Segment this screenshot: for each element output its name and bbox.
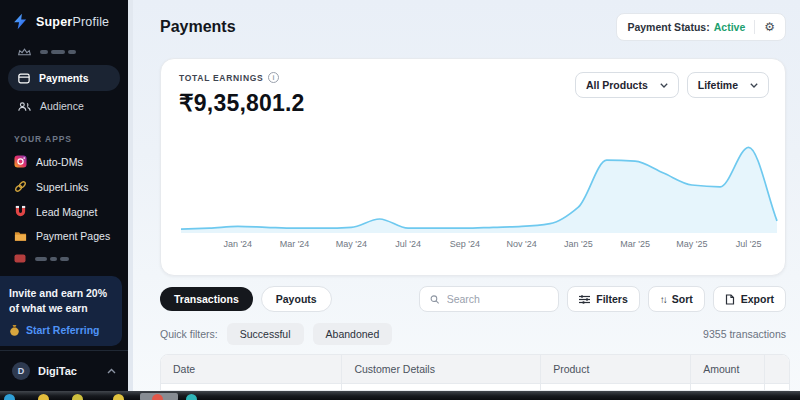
sort-icon: ↑↓ [660, 294, 666, 305]
dock-app-icon[interactable] [152, 394, 163, 400]
sidebar-item-lead-magnet[interactable]: Lead Magnet [0, 199, 128, 224]
period-filter-value: Lifetime [698, 79, 738, 91]
column-header-actions [764, 355, 789, 383]
card-icon [18, 73, 30, 84]
total-earnings-label: TOTAL EARNINGS [179, 73, 263, 83]
column-header-amount: Amount [690, 355, 764, 383]
people-icon [18, 101, 31, 112]
chevron-down-icon [660, 83, 668, 88]
sidebar-item-payments[interactable]: Payments [8, 65, 120, 91]
workspace-switcher[interactable]: D DigiTac [0, 350, 128, 391]
gear-icon[interactable]: ⚙ [764, 21, 775, 33]
brand-name: SuperProfile [36, 15, 109, 29]
magnet-icon [14, 205, 27, 218]
redacted-text [40, 50, 76, 54]
chart-area-fill [181, 147, 777, 233]
app-item-label: Payment Pages [36, 230, 110, 242]
quick-filters-label: Quick filters: [160, 328, 218, 340]
link-icon [14, 180, 27, 193]
column-header-product: Product [540, 355, 690, 383]
export-icon [725, 294, 735, 305]
dock-app-icon[interactable] [186, 394, 197, 400]
chart-filter-dropdowns: All Products Lifetime [575, 72, 769, 98]
sidebar-item-superlinks[interactable]: SuperLinks [0, 174, 128, 199]
export-label: Export [741, 293, 774, 305]
column-header-customer: Customer Details [341, 355, 540, 383]
info-icon[interactable]: i [268, 72, 279, 83]
search-box [419, 286, 559, 312]
chevron-up-icon [107, 368, 116, 374]
x-axis-tick: May '25 [676, 239, 707, 249]
workspace-avatar: D [12, 362, 30, 380]
instagram-icon [14, 155, 27, 168]
sidebar-item-redacted-bottom[interactable] [0, 248, 128, 269]
dock-app-icon[interactable] [38, 394, 49, 400]
money-bag-icon [9, 324, 20, 336]
table-row[interactable] [161, 384, 789, 391]
sort-label: Sort [672, 293, 693, 305]
column-header-date: Date [161, 355, 341, 383]
sidebar-item-label: Audience [40, 100, 84, 112]
x-axis-tick: May '24 [336, 239, 367, 249]
total-earnings-amount: ₹9,35,801.2 [179, 90, 305, 117]
page-title: Payments [160, 18, 236, 36]
start-referring-link[interactable]: Start Referring [9, 324, 114, 336]
earnings-chart-svg [179, 131, 779, 234]
chevron-down-icon [750, 83, 758, 88]
sidebar-item-label: Payments [39, 72, 89, 84]
period-filter-dropdown[interactable]: Lifetime [687, 72, 769, 98]
sort-button[interactable]: ↑↓ Sort [648, 286, 705, 312]
sidebar-item-redacted-top[interactable] [8, 41, 120, 63]
earnings-card: TOTAL EARNINGS i ₹9,35,801.2 All Product… [160, 58, 786, 276]
start-referring-label: Start Referring [26, 324, 100, 336]
product-filter-dropdown[interactable]: All Products [575, 72, 679, 98]
app-item-label: SuperLinks [36, 181, 89, 193]
x-axis-tick: Mar '24 [280, 239, 310, 249]
dock-app-icon[interactable] [113, 394, 124, 400]
app-window: SuperProfile Payments Audience YOUR APPS [0, 0, 800, 400]
transactions-toolbar: Transactions Payouts Filters ↑↓ Sort [160, 286, 786, 312]
search-input[interactable] [447, 293, 549, 305]
brand[interactable]: SuperProfile [0, 0, 128, 39]
x-axis-tick: Jan '24 [223, 239, 252, 249]
os-taskbar [0, 391, 800, 400]
payment-status-value: Active [714, 21, 746, 33]
sidebar-item-audience[interactable]: Audience [8, 93, 120, 119]
app-item-label: Auto-DMs [36, 156, 83, 168]
sidebar-scrollbar[interactable] [128, 0, 133, 400]
search-icon [430, 294, 439, 305]
x-axis-tick: Sep '24 [450, 239, 480, 249]
quick-filters-row: Quick filters: Successful Abandoned 9355… [160, 323, 786, 345]
app-item-label: Lead Magnet [36, 206, 97, 218]
folder-icon [14, 230, 27, 242]
x-axis-tick: Nov '24 [506, 239, 536, 249]
transactions-count: 9355 transactions [703, 328, 786, 340]
your-apps-heading: YOUR APPS [0, 121, 128, 149]
payment-status-pill: Payment Status: Active ⚙ [616, 13, 786, 41]
chip-abandoned[interactable]: Abandoned [313, 323, 393, 345]
sidebar-item-payment-pages[interactable]: Payment Pages [0, 224, 128, 248]
earnings-chart [179, 131, 779, 234]
sidebar: SuperProfile Payments Audience YOUR APPS [0, 0, 128, 400]
referral-banner: Invite and earn 20% of what we earn Star… [0, 276, 122, 346]
x-axis: Jan '24Mar '24May '24Jul '24Sep '24Nov '… [179, 239, 779, 253]
tab-payouts[interactable]: Payouts [261, 286, 332, 312]
chip-successful[interactable]: Successful [227, 323, 304, 345]
earnings-card-head: TOTAL EARNINGS i ₹9,35,801.2 All Product… [161, 59, 785, 117]
bolt-logo-icon [12, 13, 29, 30]
dock-app-icon[interactable] [4, 394, 15, 400]
filters-label: Filters [596, 293, 628, 305]
payment-status-label: Payment Status: [627, 21, 709, 33]
total-earnings-label-row: TOTAL EARNINGS i [179, 72, 305, 83]
table-header-row: Date Customer Details Product Amount [161, 355, 789, 384]
x-axis-tick: Mar '25 [620, 239, 650, 249]
x-axis-tick: Jan '25 [564, 239, 593, 249]
filters-button[interactable]: Filters [567, 286, 640, 312]
main-content: Payments Payment Status: Active ⚙ TOTAL … [133, 0, 800, 400]
page-header: Payments Payment Status: Active ⚙ [133, 0, 800, 41]
tab-transactions[interactable]: Transactions [160, 287, 253, 311]
dock-app-icon[interactable] [72, 394, 83, 400]
sidebar-item-auto-dms[interactable]: Auto-DMs [0, 149, 128, 174]
pill-divider [754, 20, 755, 34]
export-button[interactable]: Export [713, 286, 786, 312]
